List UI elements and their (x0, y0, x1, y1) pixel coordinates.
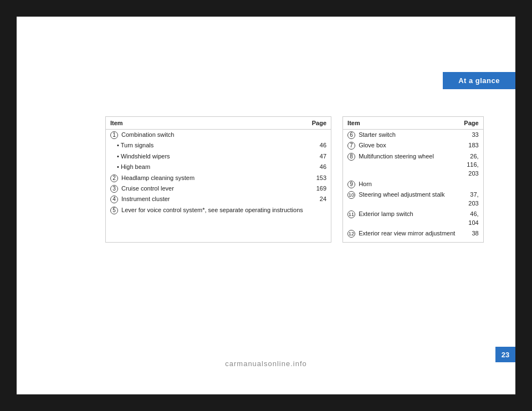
table-cell-page: 33 (459, 130, 483, 141)
item-num-circle: 12 (347, 230, 355, 238)
table-row: 6 Starter switch 33 (343, 130, 483, 141)
item-num-circle: 3 (110, 185, 118, 193)
item-num-circle: 6 (347, 131, 355, 139)
table-row: 8 Multifunction steering wheel 26, 116, … (343, 151, 483, 179)
item-num-circle: 7 (347, 142, 355, 150)
table-row: 11 Exterior lamp switch 46, 104 (343, 209, 483, 228)
table-cell-item: 3 Cruise control lever (106, 183, 308, 194)
table-cell-page (459, 179, 483, 189)
watermark-text: carmanualsonline.info (225, 359, 306, 368)
table-cell-item: 1 Combination switch (106, 130, 308, 141)
table-cell-page: 24 (308, 194, 331, 204)
table-cell-page: 169 (308, 183, 331, 194)
table-cell-page: 26, 116, 203 (459, 151, 483, 179)
table-row: 1 Combination switch (106, 130, 331, 141)
item-num-circle: 11 (347, 210, 355, 218)
page-number-text: 23 (502, 351, 509, 359)
table-cell-item: 7 Glove box (343, 140, 459, 151)
item-num-circle: 4 (110, 196, 118, 203)
table-cell-item: 2 Headlamp cleaning system (106, 173, 308, 183)
item-num-circle: 2 (110, 174, 118, 182)
table-cell-page: 46, 104 (459, 209, 483, 228)
table-row: 10 Steering wheel adjustment stalk 37, 2… (343, 189, 483, 209)
table-row: 5 Lever for voice control system*, see s… (106, 205, 331, 219)
left-table-item-header: Item (106, 117, 308, 130)
table-cell-page: 46 (308, 162, 331, 172)
item-num-circle: 5 (110, 207, 118, 214)
item-num-circle: 10 (347, 191, 355, 199)
table-cell-item: • Turn signals (106, 140, 308, 151)
tables-area: Item Page 1 Combination switch • Turn si… (105, 116, 484, 243)
table-cell-page: 153 (308, 173, 331, 183)
table-cell-item: 8 Multifunction steering wheel (343, 151, 459, 179)
table-cell-page (308, 205, 331, 219)
table-cell-item: • Windshield wipers (106, 151, 308, 162)
table-cell-item: 12 Exterior rear view mirror adjustment (343, 228, 459, 242)
table-cell-item: 6 Starter switch (343, 130, 459, 141)
left-table-page-header: Page (308, 117, 331, 130)
item-num-circle: 8 (347, 153, 355, 161)
table-cell-page (308, 130, 331, 141)
table-cell-item: 9 Horn (343, 179, 459, 189)
table-row: 2 Headlamp cleaning system 153 (106, 173, 331, 183)
table-cell-page: 37, 203 (459, 189, 483, 209)
table-cell-item: 10 Steering wheel adjustment stalk (343, 189, 459, 209)
table-row: • High beam 46 (106, 162, 331, 172)
right-table-item-header: Item (343, 117, 459, 130)
page-background: At a glance Item Page 1 Combination swit… (17, 17, 515, 394)
table-cell-page: 47 (308, 151, 331, 162)
table-cell-item: 5 Lever for voice control system*, see s… (106, 205, 308, 219)
table-cell-item: 11 Exterior lamp switch (343, 209, 459, 228)
section-tab: At a glance (443, 72, 515, 89)
right-table-page-header: Page (459, 117, 483, 130)
table-row: • Turn signals 46 (106, 140, 331, 151)
table-cell-page: 183 (459, 140, 483, 151)
table-cell-item: 4 Instrument cluster (106, 194, 308, 204)
table-row: 7 Glove box 183 (343, 140, 483, 151)
table-cell-item: • High beam (106, 162, 308, 172)
item-num-circle: 9 (347, 181, 355, 188)
table-row: 12 Exterior rear view mirror adjustment … (343, 228, 483, 242)
right-reference-table: Item Page 6 Starter switch 33 7 Glove bo… (342, 116, 484, 243)
table-row: 3 Cruise control lever 169 (106, 183, 331, 194)
item-num-circle: 1 (110, 131, 118, 139)
table-cell-page: 46 (308, 140, 331, 151)
watermark-area: carmanualsonline.info (17, 359, 515, 368)
table-row: 9 Horn (343, 179, 483, 189)
table-cell-page: 38 (459, 228, 483, 242)
left-reference-table: Item Page 1 Combination switch • Turn si… (105, 116, 331, 243)
table-row: 4 Instrument cluster 24 (106, 194, 331, 204)
tab-label-text: At a glance (458, 76, 500, 85)
table-row: • Windshield wipers 47 (106, 151, 331, 162)
